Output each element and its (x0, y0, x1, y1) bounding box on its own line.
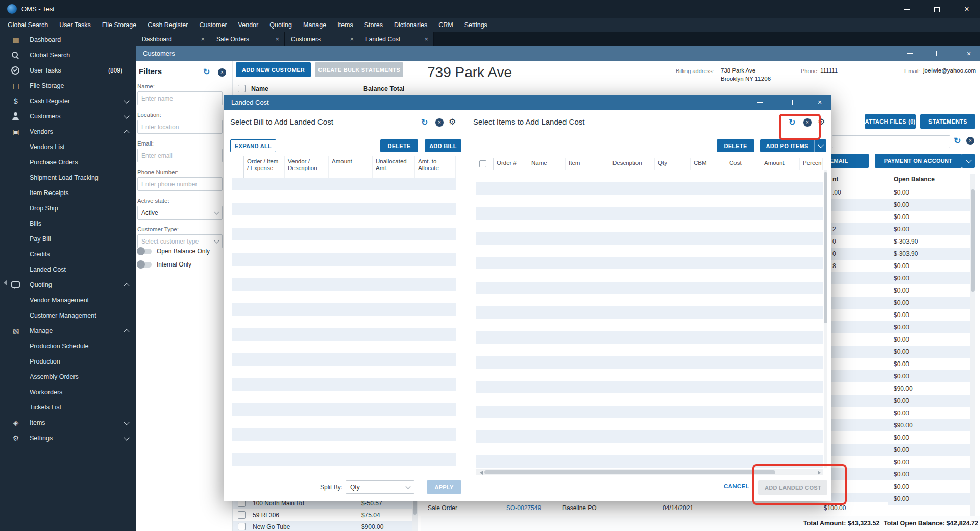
bills-settings-icon[interactable]: ⚙ (449, 118, 456, 126)
add-new-customer-button[interactable]: ADD NEW CUSTOMER (236, 62, 311, 77)
toggle-switch[interactable] (137, 262, 152, 268)
scrollbar-thumb[interactable] (971, 189, 975, 292)
menu-item-manage[interactable]: Manage (298, 18, 332, 32)
sidebar-item-vendors-list[interactable]: Vendors List (0, 139, 136, 155)
window-close-button[interactable]: × (959, 46, 979, 61)
tab-sale-orders[interactable]: Sale Orders× (210, 32, 285, 46)
items-delete-button[interactable]: DELETE (717, 139, 754, 152)
transactions-row[interactable]: $0.00 (831, 211, 970, 223)
sidebar-collapse-icon[interactable] (1, 280, 7, 286)
sidebar-item-customers[interactable]: Customers (0, 109, 136, 124)
tab-close-icon[interactable]: × (350, 36, 354, 42)
sidebar-item-production-schedule[interactable]: Production Schedule (0, 339, 136, 354)
transactions-row[interactable]: $0.00 (831, 199, 970, 211)
sidebar-item-production[interactable]: Production (0, 354, 136, 369)
attach-files-button[interactable]: ATTACH FILES (0) (865, 114, 916, 129)
transactions-row[interactable]: $0.00 (831, 480, 970, 493)
transactions-row[interactable]: $0.00 (831, 346, 970, 358)
menu-item-cash-register[interactable]: Cash Register (142, 18, 193, 32)
sidebar-item-credits[interactable]: Credits (0, 247, 136, 262)
transactions-clear-icon[interactable]: × (966, 137, 974, 145)
transactions-row[interactable]: $0.00 (831, 309, 970, 321)
app-restore-button[interactable] (926, 0, 947, 18)
sidebar-item-cash-register[interactable]: $Cash Register (0, 93, 136, 109)
payment-dropdown-button[interactable] (962, 154, 975, 168)
tab-dashboard[interactable]: Dashboard× (136, 32, 210, 46)
select-all-checkbox[interactable] (479, 160, 486, 167)
transactions-row[interactable]: $0.00 (831, 370, 970, 382)
bills-clear-icon[interactable]: × (435, 118, 444, 127)
sidebar-item-item-receipts[interactable]: Item Receipts (0, 185, 136, 201)
tab-customers[interactable]: Customers× (285, 32, 359, 46)
row-checkbox[interactable] (238, 523, 246, 530)
sidebar-item-quoting[interactable]: Quoting (0, 277, 136, 293)
transactions-row[interactable]: $0.00 (831, 272, 970, 284)
toggle-switch[interactable] (137, 249, 152, 254)
sidebar-item-landed-cost[interactable]: Landed Cost (0, 262, 136, 277)
transactions-row[interactable]: $0.00 (831, 395, 970, 407)
transactions-row[interactable]: $0.00 (831, 431, 970, 444)
menu-item-stores[interactable]: Stores (359, 18, 388, 32)
transactions-row[interactable]: $0.00 (831, 468, 970, 480)
toggle-open-balance-only[interactable]: Open Balance Only (137, 246, 224, 256)
menu-item-vendor[interactable]: Vendor (233, 18, 264, 32)
transactions-row[interactable]: $0.00 (831, 297, 970, 309)
sidebar-item-shipment-load-tracking[interactable]: Shipment Load Tracking (0, 170, 136, 185)
menu-item-customer[interactable]: Customer (193, 18, 232, 32)
row-checkbox[interactable] (238, 511, 246, 519)
window-minimize-button[interactable] (899, 46, 920, 61)
menu-item-items[interactable]: Items (332, 18, 359, 32)
sidebar-item-vendor-management[interactable]: Vendor Management (0, 293, 136, 308)
customer-row[interactable]: New Go Tube$900.00 (233, 521, 412, 531)
transactions-row[interactable]: 8$0.00 (831, 260, 970, 272)
transactions-row[interactable]: $0.00 (831, 358, 970, 370)
sidebar-item-settings[interactable]: ⚙Settings (0, 430, 136, 446)
sidebar-item-user-tasks[interactable]: User Tasks(809) (0, 63, 136, 78)
sidebar-item-workorders[interactable]: Workorders (0, 384, 136, 400)
payment-on-account-button[interactable]: PAYMENT ON ACCOUNT (875, 154, 962, 168)
menu-item-quoting[interactable]: Quoting (264, 18, 298, 32)
toggle-internal-only[interactable]: Internal Only (137, 259, 224, 270)
dialog-minimize-button[interactable] (754, 97, 765, 107)
create-bulk-statements-button[interactable]: CREATE BULK STATEMENTS (315, 62, 403, 77)
sidebar-item-dashboard[interactable]: ▦Dashboard (0, 32, 136, 47)
tab-landed-cost[interactable]: Landed Cost× (359, 32, 434, 46)
transactions-row[interactable]: $90.00 (831, 382, 970, 395)
filters-refresh-icon[interactable]: ↻ (203, 68, 210, 76)
sidebar-item-bills[interactable]: Bills (0, 216, 136, 231)
transactions-row[interactable]: $0.00 (831, 407, 970, 419)
transactions-row[interactable]: $0.00 (831, 321, 970, 333)
window-maximize-button[interactable] (929, 46, 949, 61)
expand-all-button[interactable]: EXPAND ALL (230, 139, 276, 152)
sidebar-item-assembly-orders[interactable]: Assembly Orders (0, 369, 136, 384)
scrollbar-thumb[interactable] (824, 172, 827, 323)
add-po-items-button[interactable]: ADD PO ITEMS (760, 139, 814, 152)
transactions-row[interactable]: 2$0.00 (831, 223, 970, 235)
sidebar-item-drop-ship[interactable]: Drop Ship (0, 201, 136, 216)
filter-input-name[interactable] (137, 91, 223, 105)
sidebar-item-global-search[interactable]: Global Search (0, 47, 136, 63)
transactions-row[interactable]: .00$0.00 (831, 186, 970, 199)
sidebar-item-file-storage[interactable]: ▤File Storage (0, 78, 136, 93)
menu-item-file-storage[interactable]: File Storage (96, 18, 142, 32)
transaction-number-link[interactable]: SO-0027549 (506, 504, 541, 512)
app-close-button[interactable]: × (957, 0, 977, 18)
customer-row[interactable]: 59 Rt 306$75.04 (233, 509, 412, 521)
add-po-items-dropdown-button[interactable] (814, 139, 826, 152)
filter-input-location[interactable] (137, 120, 223, 134)
split-by-select[interactable]: Qty (346, 480, 414, 494)
tab-close-icon[interactable]: × (201, 36, 205, 42)
app-minimize-button[interactable] (896, 0, 917, 18)
menu-item-user-tasks[interactable]: User Tasks (54, 18, 96, 32)
transactions-row[interactable]: $0.00 (831, 456, 970, 468)
menu-item-global-search[interactable]: Global Search (2, 18, 54, 32)
filter-input-phone-number[interactable] (137, 177, 223, 191)
apply-button[interactable]: APPLY (427, 480, 461, 494)
add-bill-button[interactable]: ADD BILL (425, 139, 461, 152)
tab-close-icon[interactable]: × (275, 36, 279, 42)
sidebar-item-manage[interactable]: ▧Manage (0, 323, 136, 339)
sidebar-item-purchase-orders[interactable]: Purchase Orders (0, 155, 136, 170)
transactions-row[interactable]: $0.00 (831, 284, 970, 297)
transactions-search-input[interactable] (832, 135, 950, 148)
menu-item-settings[interactable]: Settings (459, 18, 493, 32)
